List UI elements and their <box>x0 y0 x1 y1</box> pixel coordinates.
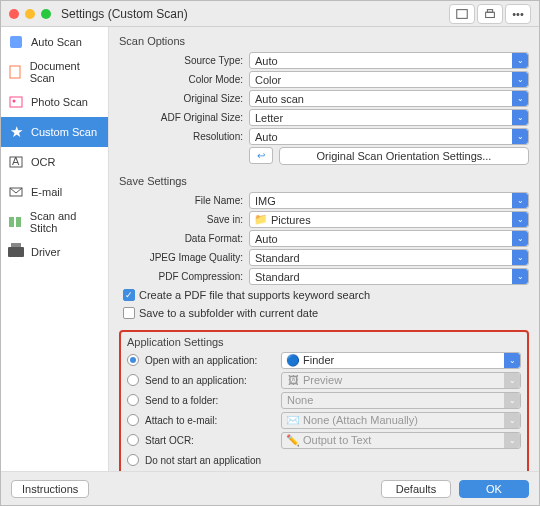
window-title: Settings (Custom Scan) <box>61 7 449 21</box>
open-with-select[interactable]: 🔵Finder⌄ <box>281 352 521 369</box>
auto-scan-icon <box>7 33 25 51</box>
ocr-icon: A <box>7 153 25 171</box>
sidebar-item-label: Driver <box>31 246 60 258</box>
save-in-select[interactable]: 📁Pictures⌄ <box>249 211 529 228</box>
sidebar-item-document-scan[interactable]: Document Scan <box>1 57 108 87</box>
sidebar-item-email[interactable]: E-mail <box>1 177 108 207</box>
original-size-select[interactable]: Auto scan⌄ <box>249 90 529 107</box>
pdf-compression-select[interactable]: Standard⌄ <box>249 268 529 285</box>
adf-original-size-select[interactable]: Letter⌄ <box>249 109 529 126</box>
footer: Instructions Defaults OK <box>1 471 539 505</box>
adf-original-size-label: ADF Original Size: <box>119 112 249 123</box>
stitch-icon <box>7 213 24 231</box>
chevron-down-icon: ⌄ <box>504 413 520 428</box>
email-icon <box>7 183 25 201</box>
color-mode-select[interactable]: Color⌄ <box>249 71 529 88</box>
jpeg-quality-label: JPEG Image Quality: <box>119 252 249 263</box>
svg-rect-1 <box>486 12 495 17</box>
svg-rect-4 <box>10 66 20 78</box>
svg-point-6 <box>13 100 16 103</box>
toolbar-printer-icon[interactable] <box>477 4 503 24</box>
sidebar: Auto Scan Document Scan Photo Scan ★ Cus… <box>1 27 109 471</box>
sidebar-item-custom-scan[interactable]: ★ Custom Scan <box>1 117 108 147</box>
sidebar-item-ocr[interactable]: A OCR <box>1 147 108 177</box>
attach-email-radio[interactable] <box>127 414 139 426</box>
svg-rect-2 <box>487 9 492 12</box>
toolbar-scan-icon[interactable] <box>449 4 475 24</box>
folder-icon: 📁 <box>255 214 267 226</box>
subfolder-checkbox[interactable] <box>123 307 135 319</box>
sidebar-item-label: Auto Scan <box>31 36 82 48</box>
mail-icon: ✉️ <box>287 414 299 426</box>
sidebar-item-scan-stitch[interactable]: Scan and Stitch <box>1 207 108 237</box>
send-folder-label: Send to a folder: <box>145 395 275 406</box>
text-icon: ✏️ <box>287 434 299 446</box>
chevron-down-icon: ⌄ <box>512 91 528 106</box>
sidebar-item-auto-scan[interactable]: Auto Scan <box>1 27 108 57</box>
do-not-start-label: Do not start an application <box>145 455 267 466</box>
start-ocr-radio[interactable] <box>127 434 139 446</box>
sidebar-item-label: OCR <box>31 156 55 168</box>
jpeg-quality-select[interactable]: Standard⌄ <box>249 249 529 266</box>
printer-icon <box>7 243 25 261</box>
send-app-label: Send to an application: <box>145 375 275 386</box>
chevron-down-icon: ⌄ <box>512 110 528 125</box>
open-with-label: Open with an application: <box>145 355 275 366</box>
resolution-select[interactable]: Auto⌄ <box>249 128 529 145</box>
send-folder-radio[interactable] <box>127 394 139 406</box>
pdf-keyword-label: Create a PDF file that supports keyword … <box>139 289 370 301</box>
sidebar-item-driver[interactable]: Driver <box>1 237 108 267</box>
do-not-start-radio[interactable] <box>127 454 139 466</box>
zoom-icon[interactable] <box>41 9 51 19</box>
svg-rect-5 <box>10 97 22 107</box>
toolbar-more-icon[interactable]: ••• <box>505 4 531 24</box>
photo-scan-icon <box>7 93 25 111</box>
pdf-compression-label: PDF Compression: <box>119 271 249 282</box>
open-with-radio[interactable] <box>127 354 139 366</box>
chevron-down-icon: ⌄ <box>512 212 528 227</box>
ok-button[interactable]: OK <box>459 480 529 498</box>
send-folder-select: None⌄ <box>281 392 521 409</box>
app-settings-header: Application Settings <box>127 336 521 350</box>
data-format-select[interactable]: Auto⌄ <box>249 230 529 247</box>
attach-email-label: Attach to e-mail: <box>145 415 275 426</box>
sidebar-item-label: Custom Scan <box>31 126 97 138</box>
sidebar-item-label: Document Scan <box>30 60 102 84</box>
pdf-keyword-checkbox[interactable]: ✓ <box>123 289 135 301</box>
chevron-down-icon: ⌄ <box>512 269 528 284</box>
orientation-settings-button[interactable]: Original Scan Orientation Settings... <box>279 147 529 165</box>
window-controls <box>9 9 51 19</box>
close-icon[interactable] <box>9 9 19 19</box>
instructions-button[interactable]: Instructions <box>11 480 89 498</box>
scan-options-header: Scan Options <box>119 31 529 49</box>
content-pane: Scan Options Source Type: Auto⌄ Color Mo… <box>109 27 539 471</box>
minimize-icon[interactable] <box>25 9 35 19</box>
chevron-down-icon: ⌄ <box>504 433 520 448</box>
defaults-button[interactable]: Defaults <box>381 480 451 498</box>
chevron-down-icon: ⌄ <box>504 393 520 408</box>
chevron-down-icon: ⌄ <box>512 250 528 265</box>
chevron-down-icon: ⌄ <box>512 129 528 144</box>
file-name-select[interactable]: IMG⌄ <box>249 192 529 209</box>
sidebar-item-photo-scan[interactable]: Photo Scan <box>1 87 108 117</box>
application-settings-section: Application Settings Open with an applic… <box>119 330 529 471</box>
titlebar: Settings (Custom Scan) ••• <box>1 1 539 27</box>
chevron-down-icon: ⌄ <box>504 353 520 368</box>
chevron-down-icon: ⌄ <box>512 193 528 208</box>
chevron-down-icon: ⌄ <box>512 231 528 246</box>
svg-rect-0 <box>457 9 468 18</box>
save-settings-header: Save Settings <box>119 171 529 189</box>
source-type-select[interactable]: Auto⌄ <box>249 52 529 69</box>
resolution-label: Resolution: <box>119 131 249 142</box>
sidebar-item-label: E-mail <box>31 186 62 198</box>
data-format-label: Data Format: <box>119 233 249 244</box>
attach-email-select: ✉️None (Attach Manually)⌄ <box>281 412 521 429</box>
rotate-icon-button[interactable]: ↩︎ <box>249 147 273 164</box>
save-in-label: Save in: <box>119 214 249 225</box>
svg-rect-11 <box>16 217 21 227</box>
file-name-label: File Name: <box>119 195 249 206</box>
send-app-radio[interactable] <box>127 374 139 386</box>
svg-text:A: A <box>12 155 20 167</box>
send-app-select: 🖼Preview⌄ <box>281 372 521 389</box>
start-ocr-select: ✏️Output to Text⌄ <box>281 432 521 449</box>
